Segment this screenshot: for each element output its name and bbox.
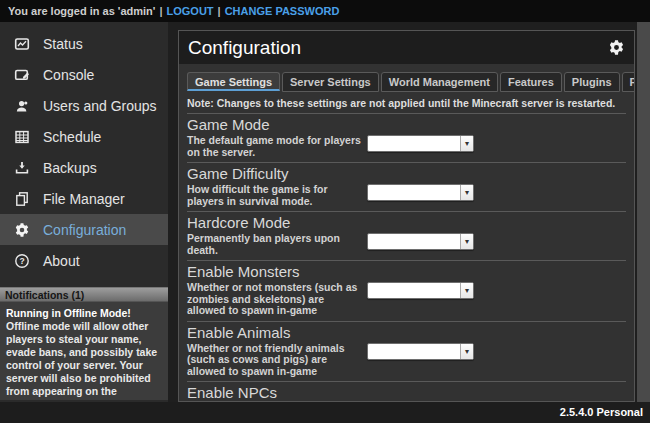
tab-plugins[interactable]: Plugins [564,72,620,92]
setting-description: How difficult the game is for players in… [187,184,361,207]
setting-section-game-difficulty: Game DifficultyHow difficult the game is… [187,163,626,212]
note-text: Note: Changes to these settings are not … [187,95,626,114]
sidebar-item-about[interactable]: ?About [0,245,168,276]
notifications-header: Notifications (1) [0,287,168,302]
dropdown-arrow-icon: ▾ [460,234,473,249]
sidebar-item-status[interactable]: Status [0,28,168,59]
sidebar-item-console[interactable]: Console [0,59,168,90]
tab-preferences[interactable]: Preferences [622,72,635,92]
dropdown-arrow-icon: ▾ [460,185,473,200]
setting-title: Enable Animals [187,325,626,341]
gear-icon[interactable] [608,39,625,56]
sidebar-item-label: Configuration [43,222,126,238]
setting-section-enable-npcs: Enable NPCsWhether or not friendly mobs … [187,382,626,402]
tab-server-settings[interactable]: Server Settings [282,72,379,92]
backups-icon [13,159,30,176]
tab-bar: Game SettingsServer SettingsWorld Manage… [187,72,626,92]
users-icon [13,97,30,114]
sidebar-item-configuration[interactable]: Configuration [0,214,168,245]
tab-features[interactable]: Features [500,72,562,92]
setting-description: Permanently ban players upon death. [187,233,361,256]
tab-world-management[interactable]: World Management [381,72,498,92]
change-password-link[interactable]: CHANGE PASSWORD [225,5,340,17]
select-value [368,283,460,298]
game-difficulty-select[interactable]: ▾ [367,184,474,201]
sidebar-item-schedule[interactable]: Schedule [0,121,168,152]
dropdown-arrow-icon: ▾ [460,136,473,151]
sidebar-item-users-and-groups[interactable]: Users and Groups [0,90,168,121]
setting-description: The default game mode for players on the… [187,135,361,158]
notifications-body: Running in Offline Mode! Offline mode wi… [0,302,168,400]
logged-in-text: You are logged in as 'admin' [8,5,155,17]
sidebar: StatusConsoleUsers and GroupsScheduleBac… [0,22,168,402]
enable-animals-select[interactable]: ▾ [367,343,474,360]
dropdown-arrow-icon: ▾ [460,344,473,359]
enable-monsters-select[interactable]: ▾ [367,282,474,299]
sidebar-item-label: Console [43,67,94,83]
notifications-panel: Notifications (1) Running in Offline Mod… [0,287,168,400]
scrollbar-track[interactable] [637,22,650,402]
sidebar-item-label: Status [43,36,83,52]
select-value [368,234,460,249]
sidebar-item-label: About [43,253,80,269]
configuration-icon [13,221,30,238]
setting-description: Whether or not friendly animals (such as… [187,343,361,378]
hardcore-mode-select[interactable]: ▾ [367,233,474,250]
status-icon [13,35,30,52]
settings-list: Game ModeThe default game mode for playe… [179,114,634,402]
svg-text:?: ? [19,256,24,266]
game-mode-select[interactable]: ▾ [367,135,474,152]
select-value [368,344,460,359]
setting-title: Game Mode [187,117,626,133]
dropdown-arrow-icon: ▾ [460,283,473,298]
setting-title: Game Difficulty [187,166,626,182]
setting-section-game-mode: Game ModeThe default game mode for playe… [187,114,626,163]
notification-title: Running in Offline Mode! [6,307,162,320]
footer-bar: 2.5.4.0 Personal [0,402,650,423]
sidebar-item-label: Backups [43,160,97,176]
sidebar-item-file-manager[interactable]: File Manager [0,183,168,214]
version-label: 2.5.4.0 Personal [560,406,643,418]
select-value [368,136,460,151]
sidebar-item-label: File Manager [43,191,125,207]
setting-section-enable-monsters: Enable MonstersWhether or not monsters (… [187,261,626,322]
configuration-panel: Configuration Game SettingsServer Settin… [178,30,635,402]
about-icon: ? [13,252,30,269]
separator: | [218,5,221,17]
page-title: Configuration [188,37,608,59]
file-manager-icon [13,190,30,207]
setting-title: Enable Monsters [187,264,626,280]
topbar: You are logged in as 'admin'|LOGOUT|CHAN… [0,0,650,22]
sidebar-item-label: Users and Groups [43,98,157,114]
select-value [368,185,460,200]
tab-game-settings[interactable]: Game Settings [187,72,280,91]
notification-text: Offline mode will allow other players to… [6,320,162,400]
sidebar-item-label: Schedule [43,129,101,145]
sidebar-menu: StatusConsoleUsers and GroupsScheduleBac… [0,22,168,276]
sidebar-item-backups[interactable]: Backups [0,152,168,183]
setting-title: Hardcore Mode [187,215,626,231]
logout-link[interactable]: LOGOUT [167,5,214,17]
setting-title: Enable NPCs [187,385,626,401]
panel-header: Configuration [179,31,634,64]
schedule-icon [13,128,30,145]
console-icon [13,66,30,83]
setting-section-enable-animals: Enable AnimalsWhether or not friendly an… [187,322,626,383]
setting-description: Whether or not monsters (such as zombies… [187,282,361,317]
setting-section-hardcore-mode: Hardcore ModePermanently ban players upo… [187,212,626,261]
separator: | [159,5,162,17]
